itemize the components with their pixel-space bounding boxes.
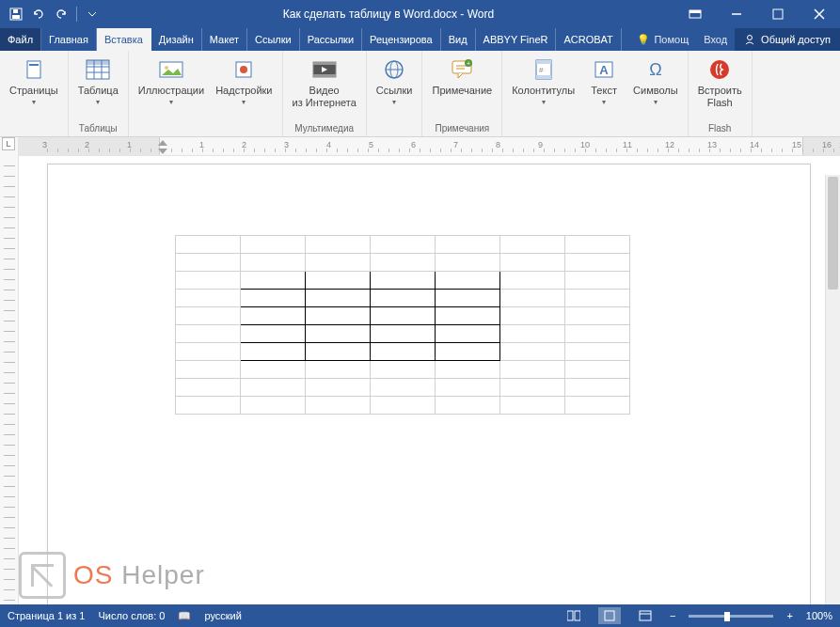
addins-icon — [230, 56, 257, 83]
symbols-icon: Ω — [642, 56, 669, 83]
button-label: Страницы — [9, 85, 58, 97]
links-icon — [381, 56, 407, 83]
tab-home[interactable]: Главная — [41, 28, 97, 51]
table-icon — [85, 56, 111, 83]
button-label: Символы — [633, 85, 678, 97]
login-button[interactable]: Вход — [696, 28, 735, 51]
window-title: Как сделать таблицу в Word.docx - Word — [103, 8, 674, 21]
redo-button[interactable] — [51, 4, 71, 24]
word-count[interactable]: Число слов: 0 — [98, 610, 165, 621]
svg-rect-42 — [567, 611, 573, 620]
tab-acrobat[interactable]: ACROBAT — [556, 28, 621, 51]
svg-rect-24 — [313, 74, 336, 77]
table-button[interactable]: Таблица▾ — [74, 55, 122, 108]
group-label: Мультимедиа — [289, 121, 360, 136]
tab-abbyy[interactable]: ABBYY FineR — [476, 28, 557, 51]
zoom-slider[interactable] — [689, 615, 773, 618]
ribbon: Страницы▾Таблица▾ТаблицыИллюстрации▾Надс… — [0, 51, 840, 137]
svg-rect-43 — [575, 611, 580, 620]
undo-button[interactable] — [28, 4, 49, 24]
cursor-icon — [19, 552, 66, 599]
links-button[interactable]: Ссылки▾ — [372, 55, 417, 108]
workspace: L 3211234567891011121314151617 — [0, 137, 840, 604]
svg-rect-2 — [13, 9, 18, 13]
vertical-scrollbar[interactable] — [825, 175, 840, 604]
chevron-down-icon: ▾ — [654, 98, 658, 106]
svg-text:A: A — [599, 63, 609, 77]
outer-table[interactable] — [175, 235, 630, 415]
header-footer-button[interactable]: #Колонтитулы▾ — [508, 55, 578, 108]
tab-layout[interactable]: Макет — [202, 28, 247, 51]
tab-review[interactable]: Рецензирова — [362, 28, 441, 51]
chevron-down-icon: ▾ — [169, 98, 173, 106]
document-area[interactable] — [19, 156, 840, 604]
save-button[interactable] — [6, 4, 26, 24]
svg-rect-44 — [605, 611, 614, 620]
group-label: Таблицы — [74, 121, 122, 136]
qat-customize-button[interactable] — [82, 4, 103, 24]
svg-rect-35 — [536, 60, 551, 64]
addins-button[interactable]: Надстройки▾ — [212, 55, 276, 108]
tab-references[interactable]: Ссылки — [247, 28, 300, 51]
svg-rect-4 — [689, 10, 701, 13]
text-button[interactable]: AТекст▾ — [582, 55, 626, 108]
group-label — [508, 132, 682, 136]
svg-rect-36 — [536, 75, 551, 79]
window-controls — [674, 0, 840, 28]
page-button[interactable]: Страницы▾ — [6, 55, 62, 108]
tab-selector[interactable]: L — [2, 137, 15, 150]
indent-handle-bottom[interactable] — [158, 147, 167, 156]
flash-button[interactable]: ВстроитьFlash — [694, 55, 746, 110]
zoom-in-button[interactable]: + — [786, 610, 792, 621]
maximize-button[interactable] — [757, 0, 799, 28]
group-label: Flash — [694, 121, 746, 136]
zoom-out-button[interactable]: − — [670, 610, 675, 621]
chevron-down-icon: ▾ — [32, 98, 36, 106]
ribbon-options-button[interactable] — [674, 0, 716, 28]
pictures-icon — [158, 56, 184, 83]
status-bar: Страница 1 из 1 Число слов: 0 📖 русский … — [0, 604, 840, 627]
flash-icon — [706, 56, 733, 83]
button-label: Текст — [591, 85, 617, 97]
svg-rect-1 — [12, 15, 20, 19]
vertical-ruler[interactable]: L — [0, 137, 19, 604]
ribbon-tabs: Файл Главная Вставка Дизайн Макет Ссылки… — [0, 28, 840, 51]
web-layout-button[interactable] — [634, 607, 657, 624]
page-indicator[interactable]: Страница 1 из 1 — [8, 610, 85, 621]
button-label: Иллюстрации — [138, 85, 204, 97]
tab-design[interactable]: Дизайн — [151, 28, 202, 51]
tell-me-button[interactable]: 💡Помощ — [629, 28, 696, 51]
svg-text:#: # — [539, 66, 544, 74]
svg-point-21 — [240, 66, 247, 73]
tab-mailings[interactable]: Рассылки — [300, 28, 362, 51]
page-icon — [21, 56, 47, 83]
svg-rect-10 — [27, 61, 40, 78]
svg-text:Ω: Ω — [649, 60, 661, 79]
horizontal-ruler[interactable]: 3211234567891011121314151617 — [19, 137, 840, 156]
title-bar: Как сделать таблицу в Word.docx - Word — [0, 0, 840, 28]
tab-insert[interactable]: Вставка — [97, 28, 151, 51]
chevron-down-icon: ▾ — [96, 98, 100, 106]
button-label: ВстроитьFlash — [698, 85, 742, 108]
print-layout-button[interactable] — [598, 607, 621, 624]
tab-file[interactable]: Файл — [0, 28, 41, 51]
page — [47, 164, 811, 604]
zoom-level[interactable]: 100% — [806, 610, 832, 621]
comment-button[interactable]: +Примечание — [428, 55, 496, 99]
watermark-logo: OS Helper — [19, 552, 205, 599]
tab-view[interactable]: Вид — [441, 28, 476, 51]
header-footer-icon: # — [531, 56, 557, 83]
video-button[interactable]: Видеоиз Интернета — [289, 55, 360, 110]
share-icon — [744, 34, 755, 45]
button-label: Примечание — [432, 85, 492, 97]
chevron-down-icon: ▾ — [542, 98, 546, 106]
share-button[interactable]: Общий доступ — [735, 28, 840, 51]
read-mode-button[interactable] — [563, 607, 585, 624]
language-indicator[interactable]: русский — [204, 610, 241, 621]
pictures-button[interactable]: Иллюстрации▾ — [135, 55, 208, 108]
svg-point-9 — [748, 36, 753, 40]
symbols-button[interactable]: ΩСимволы▾ — [629, 55, 682, 108]
close-button[interactable] — [799, 0, 840, 28]
proofing-icon[interactable]: 📖 — [178, 610, 191, 622]
minimize-button[interactable] — [716, 0, 757, 28]
